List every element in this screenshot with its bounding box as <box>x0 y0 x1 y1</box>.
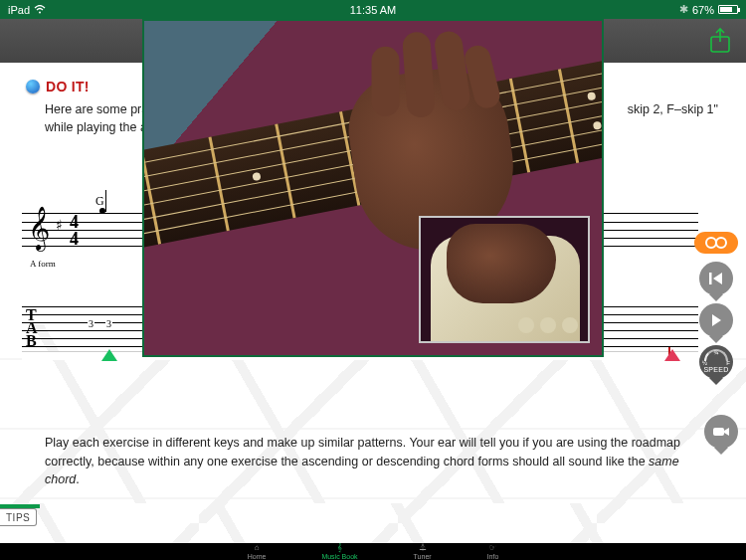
note-icon <box>99 208 105 214</box>
speed-half-label: ½ <box>702 360 707 366</box>
doit-line2-left: while playing the a <box>45 120 147 134</box>
clock: 11:35 AM <box>249 4 497 16</box>
video-player[interactable] <box>142 19 604 357</box>
speed-caption: SPEED <box>703 366 728 373</box>
speed-threeq-label: ¾ <box>713 349 718 355</box>
camera-angle-button[interactable] <box>704 415 738 449</box>
doit-heading: DO IT! <box>26 79 90 94</box>
tab-letter: B <box>26 334 37 347</box>
tips-label: TIPS <box>6 512 30 523</box>
tab-tuner[interactable]: ⏃ Tuner <box>414 544 432 560</box>
tab-info-label: Info <box>487 553 499 560</box>
doit-line1-right: skip 2, F–skip 1" <box>628 100 718 118</box>
svg-rect-2 <box>709 273 712 284</box>
tab-home[interactable]: ⌂ Home <box>248 544 267 560</box>
restart-button[interactable] <box>699 262 733 295</box>
chord-label: G <box>95 194 104 209</box>
status-bar: iPad 11:35 AM ✱ 67% <box>0 0 746 19</box>
para-tail: . <box>76 472 79 486</box>
doit-title: DO IT! <box>46 79 90 94</box>
barre-form-label: A form <box>30 259 56 269</box>
svg-rect-3 <box>713 428 724 436</box>
loop-button[interactable] <box>694 232 738 254</box>
time-sig-bot: 4 <box>70 229 79 250</box>
tab-home-label: Home <box>248 553 267 560</box>
tab-music-book[interactable]: 𝄞 Music Book <box>321 544 357 560</box>
tuner-icon: ⏃ <box>419 544 427 552</box>
tab-fret: 3 <box>88 318 94 329</box>
loop-end-handle[interactable] <box>664 349 680 361</box>
tab-tuner-label: Tuner <box>414 553 432 560</box>
treble-clef-icon: 𝄞 <box>28 206 50 251</box>
loop-start-handle[interactable] <box>101 349 117 361</box>
wifi-icon <box>34 5 46 14</box>
tab-info[interactable]: ☞ Info <box>487 544 499 560</box>
speed-button[interactable]: ½ ¾ F SPEED <box>699 345 733 379</box>
bluetooth-icon: ✱ <box>679 3 688 16</box>
home-icon: ⌂ <box>255 544 260 552</box>
battery-icon <box>718 5 738 14</box>
battery-pct: 67% <box>692 4 714 16</box>
bottom-tab-bar: ⌂ Home 𝄞 Music Book ⏃ Tuner ☞ Info <box>0 543 746 560</box>
tab-music-book-label: Music Book <box>321 553 357 560</box>
music-book-icon: 𝄞 <box>337 544 342 552</box>
speed-full-label: F <box>726 360 730 366</box>
tips-tab-button[interactable]: TIPS <box>0 508 37 526</box>
svg-point-0 <box>39 12 41 14</box>
video-frame <box>144 21 602 355</box>
share-button[interactable] <box>708 27 732 55</box>
playback-controls: ½ ¾ F SPEED <box>694 232 738 379</box>
device-label: iPad <box>8 4 30 16</box>
key-sig-sharp: ♯ <box>56 217 63 234</box>
info-icon: ☞ <box>489 544 496 552</box>
time-sig-top: 4 <box>70 212 79 233</box>
play-button[interactable] <box>699 303 733 337</box>
doit-line1-left: Here are some pra <box>45 102 148 116</box>
para-body: Play each exercise in different keys and… <box>45 436 680 468</box>
picture-in-picture <box>419 216 590 343</box>
instruction-paragraph: Play each exercise in different keys and… <box>45 434 698 489</box>
pushpin-icon <box>26 80 40 93</box>
tab-fret: 3 <box>105 318 112 329</box>
